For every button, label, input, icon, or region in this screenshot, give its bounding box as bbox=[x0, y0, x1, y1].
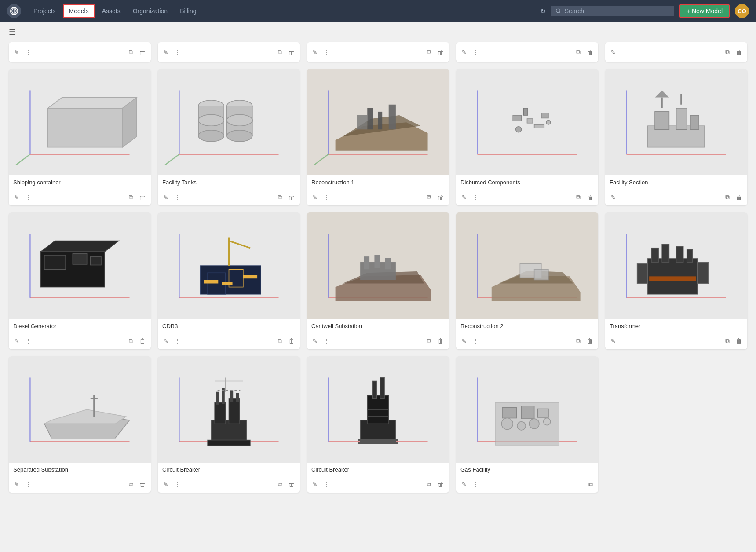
model-thumbnail[interactable] bbox=[456, 356, 598, 463]
more-button[interactable]: ⋮ bbox=[24, 336, 33, 345]
copy-button[interactable]: ⧉ bbox=[127, 48, 135, 57]
model-thumbnail[interactable] bbox=[307, 212, 449, 319]
delete-button[interactable]: 🗑 bbox=[585, 48, 595, 57]
delete-button[interactable]: 🗑 bbox=[436, 336, 446, 345]
edit-button[interactable]: ✎ bbox=[460, 336, 468, 345]
edit-button[interactable]: ✎ bbox=[460, 480, 468, 489]
new-model-button[interactable]: + New Model bbox=[679, 4, 730, 18]
search-input[interactable] bbox=[565, 7, 670, 15]
more-button[interactable]: ⋮ bbox=[471, 48, 481, 57]
copy-button[interactable]: ⧉ bbox=[276, 193, 284, 202]
edit-button[interactable]: ✎ bbox=[310, 336, 319, 345]
copy-button[interactable]: ⧉ bbox=[127, 336, 135, 346]
more-button[interactable]: ⋮ bbox=[173, 193, 183, 202]
copy-button[interactable]: ⧉ bbox=[127, 480, 135, 489]
copy-button[interactable]: ⧉ bbox=[425, 193, 433, 202]
nav-organization[interactable]: Organization bbox=[128, 5, 173, 17]
copy-button[interactable]: ⧉ bbox=[574, 193, 582, 202]
edit-button[interactable]: ✎ bbox=[161, 336, 170, 345]
copy-button[interactable]: ⧉ bbox=[425, 336, 433, 346]
more-button[interactable]: ⋮ bbox=[24, 480, 33, 489]
avatar[interactable]: CO bbox=[735, 4, 749, 18]
copy-button[interactable]: ⧉ bbox=[276, 48, 284, 57]
edit-button[interactable]: ✎ bbox=[161, 480, 170, 489]
nav-assets[interactable]: Assets bbox=[97, 5, 126, 17]
nav-billing[interactable]: Billing bbox=[175, 5, 201, 17]
more-button[interactable]: ⋮ bbox=[620, 48, 630, 57]
model-thumbnail[interactable] bbox=[605, 212, 747, 319]
copy-button[interactable]: ⧉ bbox=[276, 480, 284, 489]
model-thumbnail[interactable] bbox=[307, 356, 449, 463]
copy-button[interactable]: ⧉ bbox=[574, 48, 582, 57]
delete-button[interactable]: 🗑 bbox=[138, 336, 147, 345]
copy-button[interactable]: ⧉ bbox=[127, 193, 135, 202]
model-thumbnail[interactable] bbox=[456, 69, 598, 175]
model-thumbnail[interactable] bbox=[307, 69, 449, 175]
copy-button[interactable]: ⧉ bbox=[723, 336, 731, 346]
more-button[interactable]: ⋮ bbox=[471, 193, 481, 202]
delete-button[interactable]: 🗑 bbox=[287, 336, 296, 345]
copy-button[interactable]: ⧉ bbox=[425, 48, 433, 57]
model-thumbnail[interactable] bbox=[158, 69, 300, 175]
delete-button[interactable]: 🗑 bbox=[138, 193, 147, 202]
delete-button[interactable]: 🗑 bbox=[287, 480, 296, 489]
edit-button[interactable]: ✎ bbox=[12, 480, 21, 489]
model-thumbnail[interactable] bbox=[9, 356, 151, 463]
edit-button[interactable]: ✎ bbox=[460, 48, 468, 57]
delete-button[interactable]: 🗑 bbox=[138, 48, 147, 57]
delete-button[interactable]: 🗑 bbox=[287, 193, 296, 202]
edit-button[interactable]: ✎ bbox=[609, 336, 617, 345]
copy-button[interactable]: ⧉ bbox=[425, 480, 433, 489]
model-thumbnail[interactable] bbox=[456, 212, 598, 319]
copy-button[interactable]: ⧉ bbox=[723, 48, 731, 57]
edit-button[interactable]: ✎ bbox=[609, 193, 617, 202]
more-button[interactable]: ⋮ bbox=[620, 193, 630, 202]
delete-button[interactable]: 🗑 bbox=[436, 48, 446, 57]
model-thumbnail[interactable] bbox=[605, 69, 747, 175]
copy-button[interactable]: ⧉ bbox=[587, 480, 595, 489]
app-logo[interactable] bbox=[7, 4, 21, 18]
edit-button[interactable]: ✎ bbox=[161, 193, 170, 202]
more-button[interactable]: ⋮ bbox=[471, 336, 481, 345]
refresh-button[interactable]: ↻ bbox=[540, 7, 546, 15]
copy-button[interactable]: ⧉ bbox=[276, 336, 284, 346]
more-button[interactable]: ⋮ bbox=[471, 480, 481, 489]
edit-button[interactable]: ✎ bbox=[12, 48, 21, 57]
delete-button[interactable]: 🗑 bbox=[585, 193, 595, 202]
copy-button[interactable]: ⧉ bbox=[723, 193, 731, 202]
more-button[interactable]: ⋮ bbox=[173, 336, 183, 345]
more-button[interactable]: ⋮ bbox=[173, 48, 183, 57]
more-button[interactable]: ⋮ bbox=[322, 48, 332, 57]
delete-button[interactable]: 🗑 bbox=[436, 480, 446, 489]
edit-button[interactable]: ✎ bbox=[12, 193, 21, 202]
more-button[interactable]: ⋮ bbox=[173, 480, 183, 489]
edit-button[interactable]: ✎ bbox=[310, 48, 319, 57]
more-button[interactable]: ⋮ bbox=[620, 336, 630, 345]
model-thumbnail[interactable] bbox=[158, 212, 300, 319]
model-thumbnail[interactable] bbox=[9, 69, 151, 175]
model-thumbnail[interactable] bbox=[158, 356, 300, 463]
copy-button[interactable]: ⧉ bbox=[574, 336, 582, 346]
edit-button[interactable]: ✎ bbox=[161, 48, 170, 57]
more-button[interactable]: ⋮ bbox=[322, 480, 332, 489]
delete-button[interactable]: 🗑 bbox=[734, 336, 744, 345]
edit-button[interactable]: ✎ bbox=[609, 48, 617, 57]
more-button[interactable]: ⋮ bbox=[24, 48, 33, 57]
delete-button[interactable]: 🗑 bbox=[734, 193, 744, 202]
edit-button[interactable]: ✎ bbox=[460, 193, 468, 202]
sidebar-toggle[interactable]: ☰ bbox=[9, 27, 16, 37]
edit-button[interactable]: ✎ bbox=[12, 336, 21, 345]
model-thumbnail[interactable] bbox=[9, 212, 151, 319]
edit-button[interactable]: ✎ bbox=[310, 193, 319, 202]
edit-button[interactable]: ✎ bbox=[310, 480, 319, 489]
more-button[interactable]: ⋮ bbox=[24, 193, 33, 202]
delete-button[interactable]: 🗑 bbox=[734, 48, 744, 57]
delete-button[interactable]: 🗑 bbox=[436, 193, 446, 202]
nav-projects[interactable]: Projects bbox=[28, 5, 61, 17]
delete-button[interactable]: 🗑 bbox=[138, 480, 147, 489]
more-button[interactable]: ⋮ bbox=[322, 193, 332, 202]
delete-button[interactable]: 🗑 bbox=[585, 336, 595, 345]
more-button[interactable]: ⋮ bbox=[322, 336, 332, 345]
nav-models[interactable]: Models bbox=[63, 4, 95, 18]
delete-button[interactable]: 🗑 bbox=[287, 48, 296, 57]
